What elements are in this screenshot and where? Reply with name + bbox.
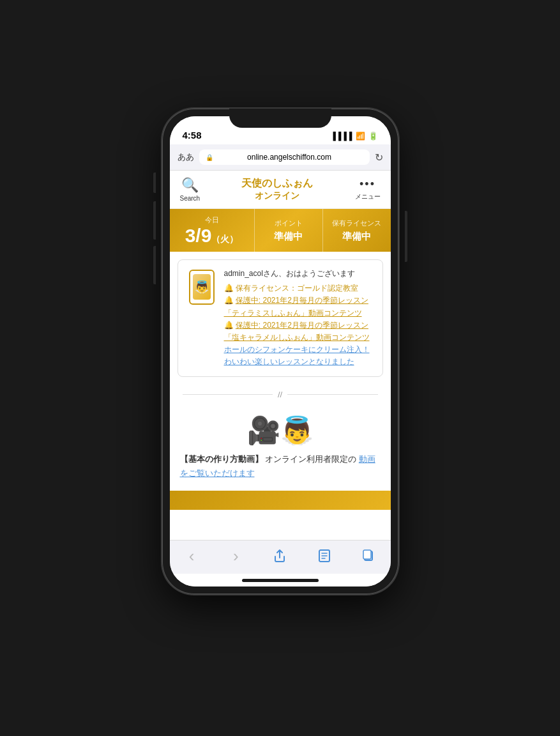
volume-up-button	[153, 201, 156, 240]
home-indicator	[170, 574, 391, 586]
date-section: 今日 3/9（火）	[170, 209, 255, 252]
notif-link-1[interactable]: 保護中: 2021年2月毎月の季節レッスン「ティラミスしふぉん」動画コンテンツ	[224, 296, 368, 317]
power-button	[405, 211, 407, 262]
notification-content: admin_acolさん、おはようございます 🔔 保有ライセンス：ゴールド認定教…	[224, 268, 375, 369]
reload-button[interactable]: ↻	[375, 151, 383, 164]
mute-button	[153, 172, 156, 193]
dots-icon: •••	[359, 178, 375, 191]
notif-item-1: 🔔 保有ライセンス：ゴールド認定教室	[224, 282, 375, 295]
greeting-text: admin_acolさん、おはようございます	[224, 268, 375, 280]
divider-left	[183, 394, 273, 395]
home-bar	[242, 579, 319, 582]
license-label: 保有ライセンス	[332, 218, 381, 228]
search-button[interactable]: 🔍 Search	[180, 177, 201, 202]
notif-link-2[interactable]: 保護中: 2021年2月毎月の季節レッスン「塩キャラメルしふぉん」動画コンテンツ	[224, 321, 370, 342]
divider-text: //	[278, 390, 282, 399]
app-icon-face: 👼	[195, 280, 209, 294]
phone-screen: 4:58 ▐▐▐▐ 📶 🔋 ああ 🔒 online.angelschiffon.…	[170, 116, 391, 586]
points-label: ポイント	[275, 218, 303, 228]
notif-plain-link[interactable]: ホールのシフォンケーキにクリーム注入！わいわい楽しいレッスンとなりました	[224, 345, 370, 366]
menu-button[interactable]: ••• メニュー	[355, 178, 381, 201]
bottom-nav: ‹ ›	[170, 540, 391, 574]
url-bar[interactable]: 🔒 online.angelschiffon.com	[199, 150, 370, 165]
back-button[interactable]: ‹	[178, 546, 206, 566]
menu-label: メニュー	[355, 192, 381, 201]
license-value: 準備中	[342, 231, 371, 243]
warning-icon-3: 🔔	[224, 321, 236, 330]
url-text: online.angelschiffon.com	[216, 153, 363, 162]
share-button[interactable]	[266, 546, 294, 566]
gold-info-bar: 今日 3/9（火） ポイント 準備中 保有ライセンス 準備中	[170, 209, 391, 252]
section-divider: //	[170, 385, 391, 404]
notif-plain-link-container: ホールのシフォンケーキにクリーム注入！わいわい楽しいレッスンとなりました	[224, 344, 375, 368]
notif-item-2: 🔔 保護中: 2021年2月毎月の季節レッスン「ティラミスしふぉん」動画コンテン…	[224, 295, 375, 319]
notif-license-text: 保有ライセンス：ゴールド認定教室	[236, 284, 358, 293]
bookmarks-button[interactable]	[310, 546, 338, 566]
logo-line1: 天使のしふぉん	[241, 177, 313, 190]
points-section: ポイント 準備中	[255, 209, 323, 252]
reader-mode-button[interactable]: ああ	[178, 151, 194, 163]
status-time: 4:58	[183, 130, 202, 141]
signal-icon: ▐▐▐▐	[330, 132, 352, 141]
forward-button[interactable]: ›	[222, 546, 250, 566]
phone-device: 4:58 ▐▐▐▐ 📶 🔋 ああ 🔒 online.angelschiffon.…	[162, 109, 398, 594]
video-section: 🎥👼 【基本の作り方動画】 オンライン利用者限定の 動画をご覧いただけます	[170, 404, 391, 491]
warning-icon-1: 🔔	[224, 284, 236, 293]
page-content: 🔍 Search 天使のしふぉん オンライン ••• メニュー	[170, 171, 391, 540]
today-label: 今日	[205, 215, 219, 225]
scroll-hint-bar	[170, 491, 391, 510]
notification-card: 👼 admin_acolさん、おはようございます 🔔 保有ライセンス：ゴールド認…	[178, 259, 383, 377]
svg-rect-2	[363, 550, 371, 559]
video-description: 【基本の作り方動画】 オンライン利用者限定の 動画をご覧いただけます	[180, 452, 381, 480]
notification-icon: 👼	[186, 268, 218, 306]
site-header: 🔍 Search 天使のしふぉん オンライン ••• メニュー	[170, 171, 391, 209]
browser-bar[interactable]: ああ 🔒 online.angelschiffon.com ↻	[170, 144, 391, 171]
search-label: Search	[180, 195, 201, 202]
video-title-bold: 【基本の作り方動画】	[180, 454, 263, 464]
volume-down-button	[153, 246, 156, 284]
divider-right	[287, 394, 377, 395]
license-section: 保有ライセンス 準備中	[323, 209, 391, 252]
wifi-icon: 📶	[356, 132, 365, 141]
points-value: 準備中	[274, 231, 303, 243]
notif-item-3: 🔔 保護中: 2021年2月毎月の季節レッスン「塩キャラメルしふぉん」動画コンテ…	[224, 319, 375, 344]
warning-icon-2: 🔔	[224, 296, 236, 305]
logo-line2: オンライン	[255, 190, 299, 202]
notch	[229, 109, 331, 128]
search-icon: 🔍	[181, 177, 199, 194]
date-value: 3/9（火）	[185, 226, 239, 245]
battery-icon: 🔋	[368, 132, 378, 141]
tabs-button[interactable]	[354, 546, 382, 566]
camera-angel-icon: 🎥👼	[247, 415, 314, 446]
site-logo: 天使のしふぉん オンライン	[241, 177, 313, 202]
video-title-rest: オンライン利用者限定の	[265, 454, 356, 464]
scene: 4:58 ▐▐▐▐ 📶 🔋 ああ 🔒 online.angelschiffon.…	[0, 0, 560, 736]
status-icons: ▐▐▐▐ 📶 🔋	[330, 132, 377, 141]
lock-icon: 🔒	[206, 154, 213, 161]
